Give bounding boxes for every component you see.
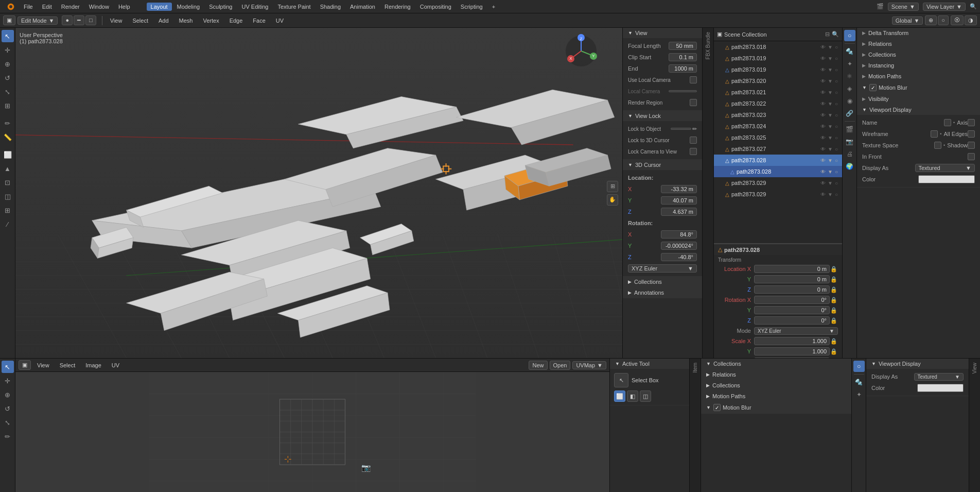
scene-item-4[interactable]: △ path2873.021 👁 ▼ ○ xyxy=(714,87,842,98)
vert-btn[interactable]: ● xyxy=(62,15,73,25)
object-data-icon[interactable]: ◈ xyxy=(844,83,855,94)
outliner-filter-icon[interactable]: ⊟ xyxy=(825,31,830,38)
cam-icon-5[interactable]: ▼ xyxy=(828,101,833,107)
vd-infront-check[interactable] xyxy=(968,153,975,160)
eye-icon-1[interactable]: 👁 xyxy=(820,56,826,61)
uv-menu-btn[interactable]: UV xyxy=(272,16,288,25)
bottom-motion-blur-check[interactable] xyxy=(713,404,721,411)
eye-icon-11[interactable]: 👁 xyxy=(820,169,826,175)
face-btn[interactable]: □ xyxy=(85,15,96,25)
bottom-item-label[interactable]: Item xyxy=(692,361,698,375)
render-icon-7[interactable]: ○ xyxy=(835,124,838,129)
cam-icon-1[interactable]: ▼ xyxy=(828,56,833,61)
eye-icon-7[interactable]: 👁 xyxy=(820,124,826,129)
workspace-uvediting[interactable]: UV Editing xyxy=(237,3,272,11)
scene-item-0[interactable]: △ path2873.018 👁 ▼ ○ xyxy=(714,41,842,53)
eye-icon-6[interactable]: 👁 xyxy=(820,112,826,118)
view-tab-label[interactable]: View xyxy=(972,361,977,376)
loc-z-lock[interactable]: 🔒 xyxy=(830,286,838,293)
fbx-label[interactable]: FBX Bundle xyxy=(705,30,711,61)
xray-btn[interactable]: ◑ xyxy=(965,15,977,25)
bevel-btn[interactable]: ◫ xyxy=(2,190,14,202)
edge-btn[interactable]: ━ xyxy=(74,15,84,25)
mode-icon-2[interactable]: ◧ xyxy=(627,391,638,402)
workspace-animation[interactable]: Animation xyxy=(346,3,379,11)
bottom-display-as-selector[interactable]: Textured ▼ xyxy=(914,373,964,381)
face-menu-btn[interactable]: Face xyxy=(249,16,269,25)
render-icon-5[interactable]: ○ xyxy=(835,101,838,107)
render-icon-4[interactable]: ○ xyxy=(835,90,838,95)
vd-alledges-check[interactable] xyxy=(968,130,975,138)
measure-tool-btn[interactable]: 📏 xyxy=(2,131,14,143)
cam-icon-10[interactable]: ▼ xyxy=(828,158,833,163)
transform-tool-btn[interactable]: ⊞ xyxy=(2,99,14,112)
lock-edit-icon[interactable]: ✏ xyxy=(692,126,697,132)
view-section-header[interactable]: ▼ View xyxy=(623,28,702,38)
use-local-camera-checkbox[interactable] xyxy=(690,76,697,83)
cam-icon-8[interactable]: ▼ xyxy=(828,135,833,141)
scene-item-1[interactable]: △ path2873.019 👁 ▼ ○ xyxy=(714,53,842,64)
workspace-add[interactable]: + xyxy=(488,3,499,11)
eye-icon-8[interactable]: 👁 xyxy=(820,135,826,141)
display-as-selector[interactable]: Textured ▼ xyxy=(915,164,975,172)
help-menu[interactable]: Help xyxy=(114,3,134,11)
outliner-type-icon[interactable]: ▣ xyxy=(717,31,722,38)
rot-z-lock[interactable]: 🔒 xyxy=(830,317,838,324)
eye-icon-10[interactable]: 👁 xyxy=(820,158,826,163)
vd-texspace-check[interactable] xyxy=(934,142,941,149)
render-icon-btn[interactable]: 📷 xyxy=(844,136,855,147)
collections-obj-header[interactable]: ▶ Collections xyxy=(857,49,980,60)
mode-selector[interactable]: Edit Mode ▼ xyxy=(18,16,58,25)
bottom-color-swatch[interactable] xyxy=(917,384,964,392)
bottom-obj-props-icon[interactable]: ○ xyxy=(853,361,865,372)
scene-item-10[interactable]: △ path2873.028 👁 ▼ ○ xyxy=(714,155,842,166)
inset-btn[interactable]: ⊡ xyxy=(2,176,14,189)
bottom-vd-header[interactable]: ▼ Viewport Display xyxy=(866,359,969,369)
bottom-collections2-header[interactable]: ▶ Collections xyxy=(701,380,851,391)
edit-menu[interactable]: Edit xyxy=(38,3,56,11)
vertex-menu-btn[interactable]: Vertex xyxy=(199,16,223,25)
bottom-motion-paths-header[interactable]: ▶ Motion Paths xyxy=(701,391,851,401)
scene-item-7[interactable]: △ path2873.024 👁 ▼ ○ xyxy=(714,121,842,132)
collections-header[interactable]: ▶ Collections xyxy=(623,277,702,287)
object-props-icon[interactable]: ○ xyxy=(844,30,855,41)
cam-icon-3[interactable]: ▼ xyxy=(828,78,833,84)
cam-icon-12[interactable]: ▼ xyxy=(828,180,833,186)
workspace-shading[interactable]: Shading xyxy=(316,3,345,11)
add-cube-btn[interactable]: ⬜ xyxy=(2,148,14,161)
scene-item-3[interactable]: △ path2873.020 👁 ▼ ○ xyxy=(714,75,842,87)
render-menu[interactable]: Render xyxy=(57,3,84,11)
workspace-layout[interactable]: Layout xyxy=(147,3,172,11)
global-selector[interactable]: Global ▼ xyxy=(892,16,923,25)
add-menu-btn[interactable]: Add xyxy=(154,16,173,25)
scale-y-lock[interactable]: 🔒 xyxy=(830,348,838,355)
workspace-rendering[interactable]: Rendering xyxy=(380,3,415,11)
render-icon-8[interactable]: ○ xyxy=(835,135,838,141)
render-icon-0[interactable]: ○ xyxy=(835,44,838,50)
scene-item-13[interactable]: △ path2873.029 👁 ▼ ○ xyxy=(714,189,842,200)
scale-x-lock[interactable]: 🔒 xyxy=(830,338,838,345)
eye-icon-3[interactable]: 👁 xyxy=(820,78,826,84)
cam-icon-13[interactable]: ▼ xyxy=(828,192,833,197)
mode-icon-3[interactable]: ◫ xyxy=(640,391,651,402)
cam-icon-0[interactable]: ▼ xyxy=(828,44,833,50)
uv-move-btn[interactable]: ⊕ xyxy=(2,388,14,401)
vd-name-check[interactable] xyxy=(944,119,951,126)
cursor-3d-header[interactable]: ▼ 3D Cursor xyxy=(623,160,702,170)
viewport-zoom-icon[interactable]: ⊞ xyxy=(607,181,618,192)
render-engine-selector[interactable]: 🎬 xyxy=(877,3,884,10)
scale-tool-btn[interactable]: ⤡ xyxy=(2,86,14,98)
motion-blur-header[interactable]: ▼ Motion Blur xyxy=(857,82,980,93)
cam-icon-7[interactable]: ▼ xyxy=(828,124,833,129)
world-icon[interactable]: 🌍 xyxy=(844,161,855,172)
scene-item-9[interactable]: △ path2873.027 👁 ▼ ○ xyxy=(714,143,842,155)
proportional-edit-btn[interactable]: ○ xyxy=(938,15,949,25)
annotations-header[interactable]: ▶ Annotations xyxy=(623,287,702,298)
mesh-menu-btn[interactable]: Mesh xyxy=(175,16,197,25)
select-box-icon[interactable]: ↖ xyxy=(614,373,628,387)
material-icon[interactable]: ◉ xyxy=(844,95,855,107)
workspace-texturepaint[interactable]: Texture Paint xyxy=(273,3,314,11)
workspace-modeling[interactable]: Modeling xyxy=(173,3,204,11)
editor-type-btn[interactable]: ▣ xyxy=(3,15,15,25)
render-icon-2[interactable]: ○ xyxy=(835,67,838,73)
